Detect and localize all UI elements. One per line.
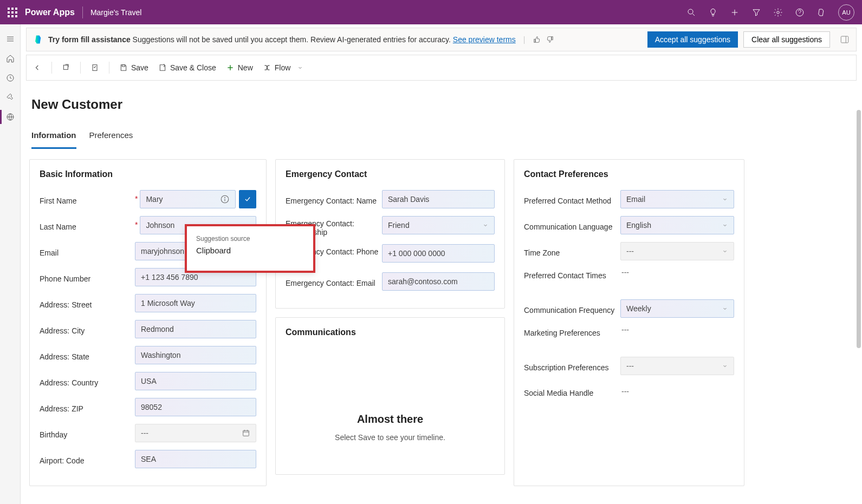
ec-email-label: Emergency Contact: Email — [286, 279, 375, 287]
infobar-text: Suggestions will not be saved until you … — [131, 35, 453, 44]
last-name-label: Last Name — [40, 222, 76, 231]
country-label: Address: Country — [40, 378, 98, 387]
check-access-button[interactable] — [90, 63, 99, 72]
clear-all-button[interactable]: Clear all suggestions — [743, 31, 830, 48]
thumbs-down-icon[interactable] — [546, 35, 554, 44]
tab-preferences[interactable]: Preferences — [89, 130, 133, 149]
lightbulb-icon[interactable] — [708, 8, 718, 17]
open-new-window-button[interactable] — [62, 63, 70, 72]
form-tabs: Information Preferences — [31, 130, 854, 149]
pref-subs-select[interactable]: --- — [620, 357, 734, 375]
search-icon[interactable] — [686, 8, 696, 17]
pref-method-label: Preferred Contact Method — [524, 197, 611, 205]
ec-email-input[interactable]: sarah@contoso.com — [382, 272, 495, 291]
pref-marketing-value[interactable]: --- — [620, 325, 734, 334]
home-icon[interactable] — [5, 54, 15, 63]
thumbs-up-icon[interactable] — [533, 35, 541, 44]
divider — [82, 6, 83, 18]
accept-suggestion-button[interactable] — [239, 190, 256, 208]
prefs-heading: Contact Preferences — [524, 169, 734, 179]
filter-icon[interactable] — [751, 8, 761, 17]
flow-button[interactable]: Flow — [263, 63, 304, 72]
tooltip-label: Suggestion source — [196, 235, 304, 243]
communications-card: Communications Almost there Select Save … — [275, 317, 505, 475]
basic-info-heading: Basic Information — [40, 169, 256, 179]
chevron-down-icon — [722, 363, 728, 369]
copilot-panel-icon[interactable] — [840, 35, 850, 44]
environment-name[interactable]: Margie's Travel — [90, 8, 141, 17]
pref-tz-label: Time Zone — [524, 248, 560, 257]
pref-times-value[interactable]: --- — [620, 268, 734, 277]
svg-rect-11 — [841, 36, 848, 43]
first-name-input[interactable]: Mary — [140, 190, 236, 208]
plus-icon[interactable] — [730, 8, 740, 17]
emergency-heading: Emergency Contact — [286, 169, 495, 179]
phone-label: Phone Number — [40, 274, 90, 283]
pref-marketing-label: Marketing Preferences — [524, 329, 600, 337]
global-header: Power Apps Margie's Travel AU — [0, 0, 862, 24]
ec-name-input[interactable]: Sarah Davis — [382, 190, 495, 208]
country-input[interactable]: USA — [135, 372, 256, 390]
suggestion-source-tooltip: Suggestion source Clipboard — [186, 226, 315, 271]
recent-icon[interactable] — [5, 73, 15, 83]
preview-terms-link[interactable]: See preview terms — [453, 35, 516, 44]
save-button[interactable]: Save — [119, 63, 148, 72]
city-input[interactable]: Redmond — [135, 320, 256, 338]
ec-rel-select[interactable]: Friend — [382, 216, 495, 234]
street-input[interactable]: 1 Microsoft Way — [135, 294, 256, 312]
required-indicator: * — [135, 194, 138, 203]
save-close-button[interactable]: Save & Close — [158, 63, 216, 72]
pref-tz-select[interactable]: --- — [620, 242, 734, 260]
calendar-icon[interactable] — [242, 429, 250, 437]
pin-icon[interactable] — [5, 93, 15, 102]
tab-information[interactable]: Information — [31, 130, 76, 149]
airport-input[interactable]: SEA — [135, 450, 256, 468]
globe-icon[interactable] — [5, 112, 15, 122]
pref-social-value[interactable]: --- — [620, 387, 734, 396]
required-indicator: * — [135, 220, 138, 229]
back-button[interactable] — [33, 63, 42, 72]
svg-point-4 — [777, 11, 780, 14]
contact-prefs-card: Contact Preferences Preferred Contact Me… — [514, 159, 744, 486]
svg-point-0 — [688, 9, 693, 14]
app-launcher-icon[interactable] — [8, 8, 17, 17]
street-label: Address: Street — [40, 300, 92, 309]
new-button[interactable]: New — [226, 63, 253, 72]
pref-freq-label: Communication Frequency — [524, 306, 614, 315]
pref-social-label: Social Media Handle — [524, 389, 593, 397]
page-title: New Customer — [31, 97, 854, 112]
info-icon[interactable] — [220, 194, 230, 204]
pref-freq-select[interactable]: Weekly — [620, 299, 734, 318]
state-input[interactable]: Washington — [135, 346, 256, 364]
copilot-header-icon[interactable] — [816, 8, 826, 17]
birthday-label: Birthday — [40, 430, 67, 439]
ec-phone-input[interactable]: +1 000 000 0000 — [382, 244, 495, 263]
command-bar: Save Save & Close New Flow — [26, 55, 857, 81]
svg-point-20 — [225, 198, 225, 198]
pref-times-label: Preferred Contact Times — [524, 271, 606, 280]
pref-lang-select[interactable]: English — [620, 216, 734, 234]
svg-rect-13 — [63, 65, 68, 69]
chevron-down-icon — [722, 222, 728, 228]
pref-method-select[interactable]: Email — [620, 190, 734, 208]
hamburger-icon[interactable] — [5, 34, 15, 44]
birthday-input[interactable]: --- — [135, 424, 256, 442]
help-icon[interactable] — [795, 8, 805, 17]
left-nav-rail — [0, 24, 21, 504]
chevron-down-icon — [722, 305, 728, 312]
pref-subs-label: Subscription Preferences — [524, 363, 608, 372]
scrollbar[interactable] — [857, 100, 861, 468]
svg-rect-15 — [122, 65, 125, 67]
svg-rect-21 — [243, 430, 249, 436]
form-fill-infobar: Try form fill assistance Suggestions wil… — [26, 28, 857, 51]
form-page: New Customer Information Preferences Bas… — [21, 81, 862, 504]
accept-all-button[interactable]: Accept all suggestions — [647, 31, 738, 48]
pref-lang-label: Communication Language — [524, 222, 612, 231]
gear-icon[interactable] — [773, 8, 783, 17]
user-avatar[interactable]: AU — [838, 4, 854, 21]
comms-heading: Communications — [286, 328, 495, 337]
copilot-icon — [33, 34, 44, 45]
timeline-empty-heading: Almost there — [296, 413, 484, 426]
chevron-down-icon — [722, 248, 728, 254]
zip-input[interactable]: 98052 — [135, 398, 256, 416]
